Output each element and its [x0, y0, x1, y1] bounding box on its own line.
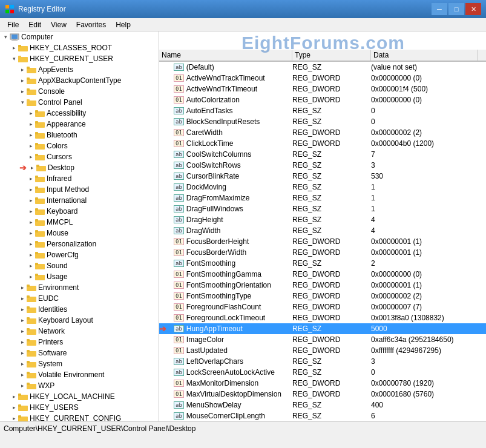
table-row[interactable]: abDragWidthREG_SZ4 — [159, 225, 486, 236]
table-row[interactable]: abFontSmoothingREG_SZ2 — [159, 258, 486, 269]
table-row[interactable]: abDragHeightREG_SZ4 — [159, 214, 486, 225]
tree-expander[interactable]: ▸ — [27, 229, 35, 237]
table-row[interactable]: abAutoEndTasksREG_SZ0 — [159, 105, 486, 116]
tree-item-system[interactable]: ▸System — [0, 358, 159, 369]
tree-expander[interactable]: ▸ — [27, 240, 35, 248]
tree-expander[interactable]: ▸ — [10, 414, 18, 421]
table-row[interactable]: 01LastUpdatedREG_DWORD0xffffffff (429496… — [159, 345, 486, 356]
tree-item-hkcc[interactable]: ▸HKEY_CURRENT_CONFIG — [0, 413, 159, 421]
maximize-button[interactable]: □ — [448, 3, 464, 15]
tree-item-hku[interactable]: ▸HKEY_USERS — [0, 402, 159, 413]
tree-item-software[interactable]: ▸Software — [0, 348, 159, 358]
menu-item-help[interactable]: Help — [111, 19, 136, 30]
tree-item-printers[interactable]: ▸Printers — [0, 337, 159, 348]
tree-expander[interactable]: ▸ — [27, 251, 35, 259]
tree-item-volatileenv[interactable]: ▸Volatile Environment — [0, 369, 159, 380]
table-row[interactable]: 01FocusBorderHeightREG_DWORD0x00000001 (… — [159, 236, 486, 247]
table-row[interactable]: abMenuShowDelayREG_SZ400 — [159, 400, 486, 410]
table-row[interactable]: 01FocusBorderWidthREG_DWORD0x00000001 (1… — [159, 247, 486, 258]
tree-item-international[interactable]: ▸International — [0, 195, 159, 206]
tree-expander[interactable]: ▸ — [18, 381, 27, 390]
tree-expander[interactable]: ▸ — [10, 392, 18, 401]
table-row[interactable]: ➔abHungAppTimeoutREG_SZ5000 — [159, 323, 486, 334]
tree-expander[interactable]: ▾ — [10, 54, 18, 63]
menu-item-view[interactable]: View — [46, 19, 71, 30]
tree-expander[interactable]: ▸ — [27, 272, 35, 281]
tree-expander[interactable]: ▸ — [27, 142, 35, 150]
tree-item-hkcu[interactable]: ▾HKEY_CURRENT_USER — [0, 53, 159, 64]
tree-expander[interactable]: ▸ — [27, 109, 35, 117]
tree-expander[interactable]: ▸ — [18, 294, 27, 303]
table-row[interactable]: abCoolSwitchColumnsREG_SZ7 — [159, 149, 486, 160]
tree-expander[interactable]: ▸ — [18, 338, 27, 346]
column-data[interactable]: Data — [371, 50, 478, 61]
tree-item-wxp[interactable]: ▸WXP — [0, 380, 159, 391]
table-row[interactable]: 01CaretWidthREG_DWORD0x00000002 (2) — [159, 127, 486, 138]
tree-item-sound[interactable]: ▸Sound — [0, 260, 159, 271]
tree-item-accessibility[interactable]: ▸Accessibility — [0, 108, 159, 119]
table-row[interactable]: 01ActiveWndTrackTimeoutREG_DWORD0x000000… — [159, 73, 486, 84]
table-row[interactable]: abCoolSwitchRowsREG_SZ3 — [159, 160, 486, 171]
table-row[interactable]: 01FontSmoothingGammaREG_DWORD0x00000000 … — [159, 269, 486, 280]
tree-expander[interactable]: ▸ — [18, 305, 27, 314]
table-row[interactable]: 01ForegroundLockTimeoutREG_DWORD0x0013f8… — [159, 312, 486, 323]
column-type[interactable]: Type — [292, 50, 371, 61]
tree-expander[interactable]: ▸ — [10, 44, 18, 52]
tree-item-appearance[interactable]: ▸Appearance — [0, 119, 159, 130]
table-row[interactable]: 01ForegroundFlashCountREG_DWORD0x0000000… — [159, 301, 486, 312]
table-row[interactable]: abDragFullWindowsREG_SZ1 — [159, 203, 486, 214]
tree-expander[interactable]: ▸ — [27, 207, 35, 216]
tree-expander[interactable]: ▸ — [18, 65, 27, 74]
tree-expander[interactable]: ▸ — [18, 316, 27, 324]
table-row[interactable]: 01ActiveWndTrkTimeoutREG_DWORD0x000001f4… — [159, 84, 486, 94]
tree-item-keyboard[interactable]: ▸Keyboard — [0, 206, 159, 217]
tree-expander[interactable]: ▸ — [18, 349, 27, 357]
tree-expander[interactable]: ▸ — [27, 262, 35, 270]
tree-expander[interactable]: ▸ — [27, 185, 35, 194]
tree-item-cursors[interactable]: ▸Cursors — [0, 151, 159, 162]
tree-item-network[interactable]: ▸Network — [0, 326, 159, 337]
table-row[interactable]: abMouseCornerClipLengthREG_SZ6 — [159, 410, 486, 421]
minimize-button[interactable]: ─ — [432, 3, 447, 15]
table-row[interactable]: 01ImageColorREG_DWORD0xaff6c34a (2952184… — [159, 334, 486, 345]
tree-item-eudc[interactable]: ▸EUDC — [0, 293, 159, 304]
tree-item-colors[interactable]: ▸Colors — [0, 140, 159, 151]
tree-item-environment[interactable]: ▸Environment — [0, 282, 159, 293]
table-row[interactable]: 01AutoColorizationREG_DWORD0x00000000 (0… — [159, 94, 486, 105]
tree-expander[interactable]: ▸ — [10, 403, 18, 412]
table-row[interactable]: 01FontSmoothingTypeREG_DWORD0x00000002 (… — [159, 291, 486, 301]
tree-expander[interactable]: ▸ — [18, 371, 27, 379]
tree-item-usage[interactable]: ▸Usage — [0, 271, 159, 282]
tree-item-mmcpl[interactable]: ▸MMCPL — [0, 217, 159, 228]
column-name[interactable]: Name — [159, 50, 292, 61]
tree-expander[interactable]: ▾ — [18, 98, 27, 107]
tree-expander[interactable]: ▸ — [27, 174, 35, 183]
tree-item-inputmethod[interactable]: ▸Input Method — [0, 184, 159, 195]
tree-expander[interactable]: ▸ — [27, 120, 35, 128]
tree-item-controlpanel[interactable]: ▾Control Panel — [0, 97, 159, 108]
tree-expander[interactable]: ▸ — [18, 87, 27, 96]
tree-expander[interactable]: ▸ — [28, 163, 36, 172]
tree-expander[interactable]: ▸ — [27, 131, 35, 139]
tree-item-mouse[interactable]: ▸Mouse — [0, 228, 159, 239]
table-row[interactable]: 01MaxVirtualDesktopDimensionREG_DWORD0x0… — [159, 389, 486, 400]
table-row[interactable]: 01FontSmoothingOrientationREG_DWORD0x000… — [159, 280, 486, 291]
tree-expander[interactable]: ▸ — [18, 76, 27, 85]
tree-item-identities[interactable]: ▸Identities — [0, 304, 159, 315]
tree-item-hkcr[interactable]: ▸HKEY_CLASSES_ROOT — [0, 42, 159, 53]
tree-item-appxbackup[interactable]: ▸AppXBackupContentType — [0, 75, 159, 86]
tree-item-keyboardlayout[interactable]: ▸Keyboard Layout — [0, 315, 159, 326]
table-row[interactable]: abCursorBlinkRateREG_SZ530 — [159, 171, 486, 182]
menu-item-edit[interactable]: Edit — [24, 19, 46, 30]
table-row[interactable]: abDragFromMaximizeREG_SZ1 — [159, 193, 486, 203]
menu-item-favorites[interactable]: Favorites — [71, 19, 111, 30]
tree-expander[interactable]: ▸ — [27, 196, 35, 205]
tree-item-hklm[interactable]: ▸HKEY_LOCAL_MACHINE — [0, 391, 159, 402]
tree-expander[interactable]: ▸ — [27, 218, 35, 226]
menu-item-file[interactable]: File — [2, 19, 24, 30]
tree-expander[interactable]: ▸ — [18, 327, 27, 335]
tree-expander[interactable]: ▸ — [18, 283, 27, 292]
tree-item-computer[interactable]: ▾Computer — [0, 31, 159, 42]
tree-item-infrared[interactable]: ▸Infrared — [0, 173, 159, 184]
tree-expander[interactable]: ▾ — [1, 33, 10, 41]
